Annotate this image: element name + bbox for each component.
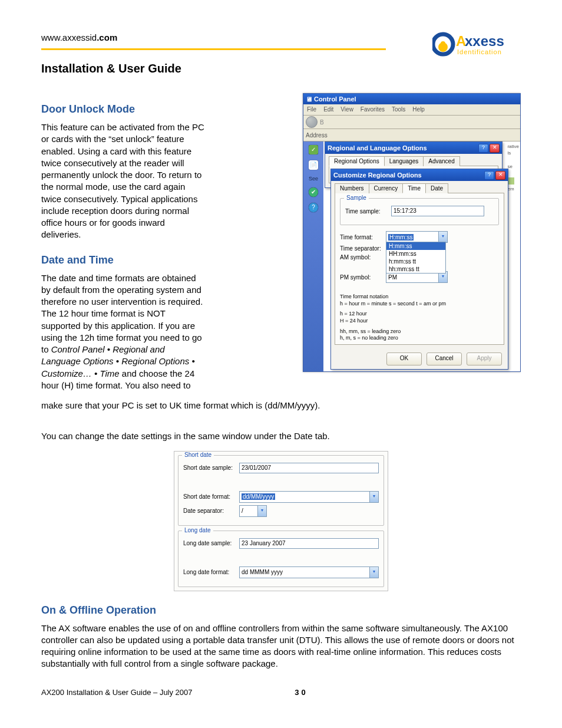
tab-languages[interactable]: Languages [384,156,424,166]
dropdown-option[interactable]: h:mm:ss tt [386,258,445,265]
time-sample-label: Time sample: [345,208,391,215]
tab-date[interactable]: Date [425,183,448,193]
chevron-down-icon: ▾ [369,492,378,502]
long-date-format-select[interactable]: dd MMMM yyyy ▾ [239,566,379,578]
svg-point-2 [441,41,445,46]
chevron-down-icon: ▾ [438,232,447,242]
chevron-down-icon: ▾ [369,567,378,578]
para-date-time-1: The date and time formats are obtained b… [41,272,206,392]
cp-titlebar[interactable]: 🖥 Control Panel [303,94,520,104]
long-format-label: Long date format: [183,569,239,575]
date-sep-label: Date separator: [183,508,239,514]
svg-text:xxess: xxess [465,33,504,49]
cp-menubar[interactable]: File Edit View Favorites Tools Help [303,104,520,116]
menu-tools[interactable]: Tools [392,104,405,115]
date-settings-panel: Short date Short date sample: 23/01/2007… [174,451,388,591]
menu-edit[interactable]: Edit [323,104,333,115]
sidebar-icon-3[interactable]: ✔ [309,187,318,197]
control-panel-window: 🖥 Control Panel File Edit View Favorites… [303,93,521,372]
ok-button[interactable]: OK [386,353,422,365]
long-sample-label: Long date sample: [183,540,239,546]
sidebar-icon-2[interactable]: 📄 [309,160,318,170]
page-title: Installation & User Guide [41,62,521,75]
address-bar[interactable]: Address [303,129,520,141]
back-button[interactable] [306,116,318,128]
am-label: AM symbol: [340,254,386,261]
page-number: 30 [295,688,308,697]
heading-door-unlock: Door Unlock Mode [41,103,206,116]
time-format-dropdown[interactable]: H:mm:ss HH:mm:ss h:mm:ss tt hh:mm:ss tt [386,242,446,274]
heading-on-offline: On & Offline Operation [41,604,521,617]
brand-logo: A xxess Identification [432,29,521,59]
customize-regional-dialog: Customize Regional Options ? ✕ Numbers C… [330,169,508,370]
page-footer: AX200 Installation & User Guide – July 2… [41,688,521,697]
para-date-time-2: make sure that your PC is set to UK time… [41,400,521,411]
para-door-unlock: This feature can be activated from the P… [41,121,206,241]
long-date-sample-field: 23 January 2007 [239,538,379,549]
time-format-label: Time format: [340,234,386,241]
header-divider [41,48,386,50]
dropdown-option[interactable]: HH:mm:ss [386,250,445,258]
cp-sidebar: ✓ 📄 See ✔ ? [303,141,323,371]
heading-date-time: Date and Time [41,254,206,266]
tab-time[interactable]: Time [402,183,426,193]
time-format-select[interactable]: H:mm:ss ▾ [386,231,448,243]
pm-label: PM symbol: [340,274,386,281]
customize-dialog-titlebar[interactable]: Customize Regional Options ? ✕ [331,169,508,181]
regional-dialog-titlebar[interactable]: Regional and Language Options ? ✕ [325,142,502,154]
help-button[interactable]: ? [478,144,488,153]
menu-help[interactable]: Help [412,104,425,115]
cp-icons-right: rativelsse em [507,143,519,192]
regional-tabs: Regional Options Languages Advanced [325,154,502,166]
short-format-label: Short date format: [183,493,239,500]
sidebar-see-label: See [309,176,318,182]
customize-tabs: Numbers Currency Time Date [331,181,508,193]
menu-favorites[interactable]: Favorites [361,104,385,115]
tab-numbers[interactable]: Numbers [335,183,369,193]
short-date-sample-field: 23/01/2007 [239,463,379,473]
time-notation: Time format notation h = hour m = minute… [340,294,499,342]
sidebar-icon-1[interactable]: ✓ [309,145,318,154]
close-button[interactable]: ✕ [490,144,500,153]
long-date-legend: Long date [182,527,213,533]
apply-button[interactable]: Apply [467,353,502,365]
cp-toolbar: B [303,116,520,129]
menu-file[interactable]: File [307,104,316,115]
short-sample-label: Short date sample: [183,465,239,471]
cancel-button[interactable]: Cancel [427,353,462,365]
para-on-offline: The AX software enables the use of on an… [41,622,521,670]
short-date-legend: Short date [182,452,214,458]
tab-regional-options[interactable]: Regional Options [329,156,385,166]
dropdown-option[interactable]: H:mm:ss [386,242,445,250]
menu-view[interactable]: View [340,104,353,115]
chevron-down-icon: ▾ [257,506,266,516]
short-date-format-select[interactable]: dd/MM/yyyy ▾ [239,491,379,503]
dropdown-option[interactable]: hh:mm:ss tt [386,265,445,273]
svg-text:Identification: Identification [457,48,502,55]
close-button-2[interactable]: ✕ [495,171,505,180]
sidebar-icon-4[interactable]: ? [309,203,318,212]
para-date-time-3: You can change the date settings in the … [41,430,521,442]
date-separator-select[interactable]: / ▾ [239,505,267,517]
sample-fieldset: Sample Time sample: 15:17:23 [340,198,499,225]
dialog-buttons: OK Cancel Apply [331,349,508,369]
help-button-2[interactable]: ? [484,171,494,180]
tab-advanced[interactable]: Advanced [423,156,459,166]
tab-currency[interactable]: Currency [369,183,404,193]
cp-icon: 🖥 [306,95,312,103]
time-sep-label: Time separator: [340,245,386,252]
time-sample-field: 15:17:23 [391,206,484,216]
